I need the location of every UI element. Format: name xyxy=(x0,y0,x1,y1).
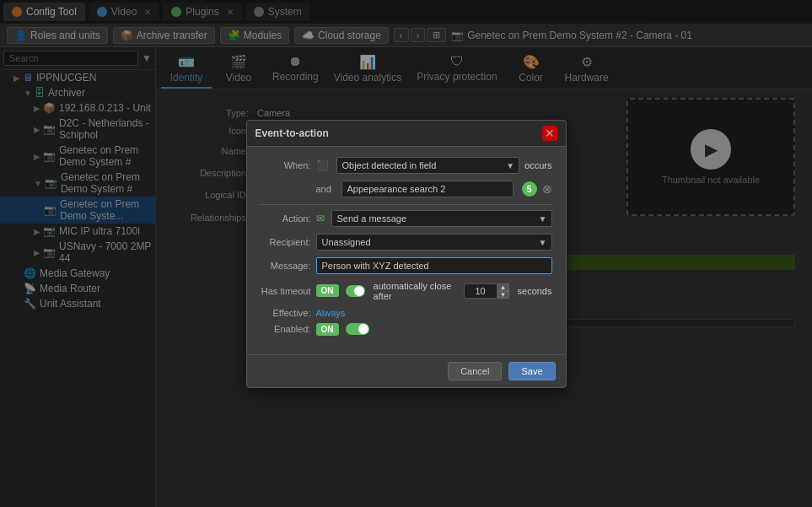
enabled-label: Enabled: xyxy=(261,324,311,334)
action-label: Action: xyxy=(261,213,311,224)
effective-label: Effective: xyxy=(261,308,311,318)
message-input[interactable] xyxy=(316,257,552,274)
effective-row: Effective: Always xyxy=(261,308,552,318)
timeout-spinner: ▲ ▼ xyxy=(497,283,509,299)
timeout-spinner-wrap: ▲ ▼ xyxy=(464,283,509,299)
recipient-select-wrap: Unassigned ▼ xyxy=(316,234,552,251)
cancel-button[interactable]: Cancel xyxy=(448,362,502,380)
and-row: and 5 ⊗ xyxy=(316,181,552,197)
dialog-close-btn[interactable]: ✕ xyxy=(542,126,557,141)
save-button[interactable]: Save xyxy=(508,362,555,380)
and-remove-btn[interactable]: ⊗ xyxy=(542,182,552,196)
and-badge: 5 xyxy=(522,181,537,197)
occurs-text: occurs xyxy=(524,160,551,170)
action-row: Action: ✉ Send a message ▼ xyxy=(261,210,552,227)
message-label: Message: xyxy=(261,261,311,271)
dialog-divider-1 xyxy=(261,204,552,205)
when-select-wrap: Object detected in field ▼ xyxy=(336,157,520,174)
and-input[interactable] xyxy=(341,181,514,197)
timeout-unit: seconds xyxy=(518,286,552,296)
timeout-text: automatically close after xyxy=(374,281,455,301)
dialog-footer: Cancel Save xyxy=(247,354,566,387)
and-label: and xyxy=(316,184,336,194)
dialog-title: Event-to-action xyxy=(255,127,329,139)
recipient-label: Recipient: xyxy=(261,237,311,247)
action-select[interactable]: Send a message xyxy=(331,210,552,227)
dialog-body: When: ⬛ Object detected in field ▼ occur… xyxy=(247,147,566,354)
enabled-on-label: ON xyxy=(316,323,339,336)
timeout-input[interactable] xyxy=(464,283,497,299)
message-row: Message: xyxy=(261,257,552,274)
recipient-select[interactable]: Unassigned xyxy=(316,234,552,251)
when-label: When: xyxy=(261,160,311,170)
enabled-toggle[interactable] xyxy=(346,323,369,335)
timeout-on-label: ON xyxy=(316,284,339,297)
dialog-overlay: Event-to-action ✕ When: ⬛ Object detecte… xyxy=(156,47,812,507)
dialog-header: Event-to-action ✕ xyxy=(247,121,566,147)
action-select-wrap: Send a message ▼ xyxy=(331,210,552,227)
always-link[interactable]: Always xyxy=(316,308,346,318)
spin-down-btn[interactable]: ▼ xyxy=(497,291,509,299)
when-row: When: ⬛ Object detected in field ▼ occur… xyxy=(261,157,552,174)
has-timeout-label: Has timeout xyxy=(261,286,311,296)
when-icon: ⬛ xyxy=(316,159,329,171)
enabled-row: Enabled: ON xyxy=(261,323,552,336)
message-icon: ✉ xyxy=(316,213,325,224)
recipient-row: Recipient: Unassigned ▼ xyxy=(261,234,552,251)
timeout-row: Has timeout ON automatically close after… xyxy=(261,281,552,301)
timeout-toggle[interactable] xyxy=(346,285,365,297)
when-select[interactable]: Object detected in field xyxy=(336,157,520,174)
main-area: ▼ ▶ 🖥 IPPNUCGEN ▼ 🗄 Archiver ▶ 📦 192.168… xyxy=(0,47,812,507)
content-panel: 🪪 Identity 🎬 Video ⏺ Recording 📊 Video a… xyxy=(156,47,812,507)
event-to-action-dialog: Event-to-action ✕ When: ⬛ Object detecte… xyxy=(246,120,567,388)
spin-up-btn[interactable]: ▲ xyxy=(497,283,509,291)
